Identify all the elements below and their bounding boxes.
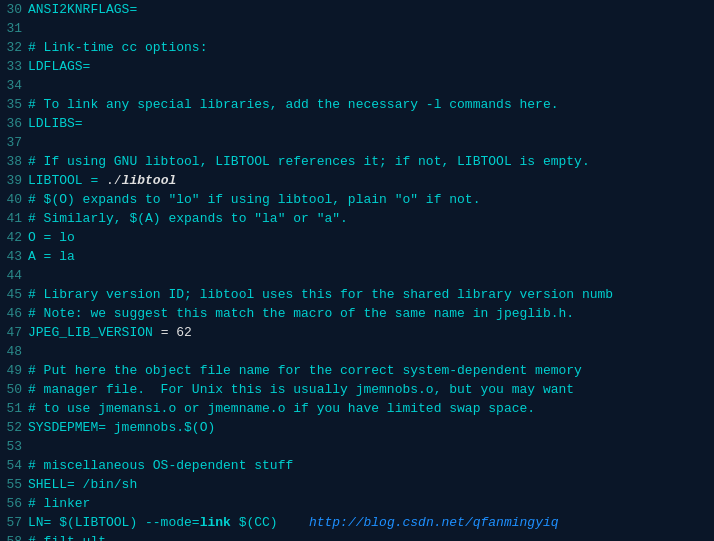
table-row: 44 (0, 266, 714, 285)
line-number: 40 (0, 190, 28, 209)
line-number: 42 (0, 228, 28, 247)
line-content: LDLIBS= (28, 114, 714, 133)
line-content: # Link-time cc options: (28, 38, 714, 57)
table-row: 56# linker (0, 494, 714, 513)
line-number: 38 (0, 152, 28, 171)
table-row: 37 (0, 133, 714, 152)
table-row: 43A = la (0, 247, 714, 266)
line-number: 56 (0, 494, 28, 513)
table-row: 42O = lo (0, 228, 714, 247)
line-number: 30 (0, 0, 28, 19)
line-number: 34 (0, 76, 28, 95)
line-content: # $(O) expands to "lo" if using libtool,… (28, 190, 714, 209)
line-number: 33 (0, 57, 28, 76)
table-row: 46# Note: we suggest this match the macr… (0, 304, 714, 323)
table-row: 39LIBTOOL = ./libtool (0, 171, 714, 190)
line-number: 41 (0, 209, 28, 228)
table-row: 31 (0, 19, 714, 38)
line-content: LIBTOOL = ./libtool (28, 171, 714, 190)
line-number: 43 (0, 247, 28, 266)
line-number: 53 (0, 437, 28, 456)
line-content: O = lo (28, 228, 714, 247)
line-content: # To link any special libraries, add the… (28, 95, 714, 114)
table-row: 50# manager file. For Unix this is usual… (0, 380, 714, 399)
line-content: # filt ult... (28, 532, 714, 541)
table-row: 48 (0, 342, 714, 361)
table-row: 52SYSDEPMEM= jmemnobs.$(O) (0, 418, 714, 437)
table-row: 45# Library version ID; libtool uses thi… (0, 285, 714, 304)
line-number: 55 (0, 475, 28, 494)
line-content: # Note: we suggest this match the macro … (28, 304, 714, 323)
line-number: 44 (0, 266, 28, 285)
code-editor: 30ANSI2KNRFLAGS=3132# Link-time cc optio… (0, 0, 714, 541)
line-content: # miscellaneous OS-dependent stuff (28, 456, 714, 475)
line-number: 58 (0, 532, 28, 541)
table-row: 58# filt ult... (0, 532, 714, 541)
line-number: 46 (0, 304, 28, 323)
line-content: SYSDEPMEM= jmemnobs.$(O) (28, 418, 714, 437)
line-content: # linker (28, 494, 714, 513)
line-number: 32 (0, 38, 28, 57)
line-number: 49 (0, 361, 28, 380)
line-content: # manager file. For Unix this is usually… (28, 380, 714, 399)
table-row: 47JPEG_LIB_VERSION = 62 (0, 323, 714, 342)
line-number: 54 (0, 456, 28, 475)
line-content: # to use jmemansi.o or jmemname.o if you… (28, 399, 714, 418)
line-number: 47 (0, 323, 28, 342)
table-row: 38# If using GNU libtool, LIBTOOL refere… (0, 152, 714, 171)
line-content: JPEG_LIB_VERSION = 62 (28, 323, 714, 342)
line-number: 48 (0, 342, 28, 361)
line-number: 50 (0, 380, 28, 399)
line-content: # Put here the object file name for the … (28, 361, 714, 380)
table-row: 32# Link-time cc options: (0, 38, 714, 57)
table-row: 35# To link any special libraries, add t… (0, 95, 714, 114)
line-number: 36 (0, 114, 28, 133)
table-row: 57LN= $(LIBTOOL) --mode=link $(CC) http:… (0, 513, 714, 532)
table-row: 51# to use jmemansi.o or jmemname.o if y… (0, 399, 714, 418)
table-row: 53 (0, 437, 714, 456)
table-row: 41# Similarly, $(A) expands to "la" or "… (0, 209, 714, 228)
table-row: 40# $(O) expands to "lo" if using libtoo… (0, 190, 714, 209)
line-content: ANSI2KNRFLAGS= (28, 0, 714, 19)
table-row: 49# Put here the object file name for th… (0, 361, 714, 380)
table-row: 36LDLIBS= (0, 114, 714, 133)
table-row: 54# miscellaneous OS-dependent stuff (0, 456, 714, 475)
line-number: 45 (0, 285, 28, 304)
line-content: # Similarly, $(A) expands to "la" or "a"… (28, 209, 714, 228)
line-content: # If using GNU libtool, LIBTOOL referenc… (28, 152, 714, 171)
line-content: SHELL= /bin/sh (28, 475, 714, 494)
line-content: # Library version ID; libtool uses this … (28, 285, 714, 304)
table-row: 30ANSI2KNRFLAGS= (0, 0, 714, 19)
table-row: 55SHELL= /bin/sh (0, 475, 714, 494)
line-content: LDFLAGS= (28, 57, 714, 76)
line-number: 39 (0, 171, 28, 190)
table-row: 34 (0, 76, 714, 95)
line-number: 57 (0, 513, 28, 532)
table-row: 33LDFLAGS= (0, 57, 714, 76)
line-number: 31 (0, 19, 28, 38)
line-content: A = la (28, 247, 714, 266)
line-number: 35 (0, 95, 28, 114)
line-number: 51 (0, 399, 28, 418)
line-number: 37 (0, 133, 28, 152)
line-number: 52 (0, 418, 28, 437)
line-content: LN= $(LIBTOOL) --mode=link $(CC) http://… (28, 513, 714, 532)
